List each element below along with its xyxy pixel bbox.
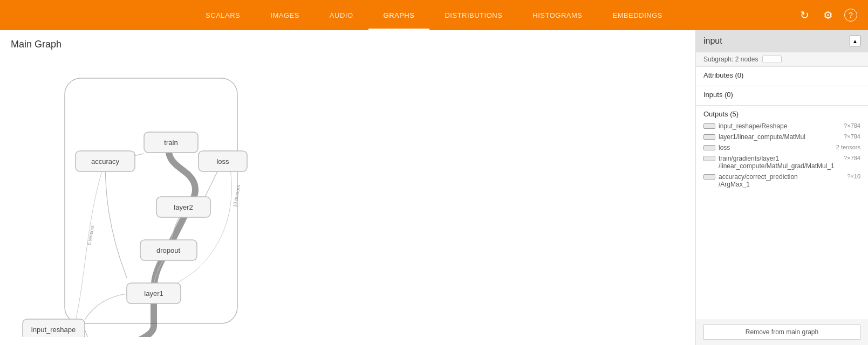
panel-collapse-button[interactable]: ▲ xyxy=(850,36,860,46)
settings-icon[interactable]: ⚙ xyxy=(821,8,836,23)
output-item-2: loss 2 tensors xyxy=(703,144,860,151)
remove-from-main-graph-button[interactable]: Remove from main graph xyxy=(703,325,860,340)
inputs-title: Inputs (0) xyxy=(703,91,860,99)
output-text-1: layer1/linear_compute/MatMul xyxy=(719,133,840,141)
svg-text:10 tensors: 10 tensors xyxy=(232,184,241,208)
output-item-0: input_reshape/Reshape ?×784 xyxy=(703,122,860,130)
svg-text:layer2: layer2 xyxy=(174,203,193,211)
panel-outputs: Outputs (5) input_reshape/Reshape ?×784 … xyxy=(696,106,868,319)
subgraph-pill xyxy=(762,56,782,63)
svg-text:input_reshape: input_reshape xyxy=(31,326,76,334)
output-dim-3: ?×784 xyxy=(844,155,860,161)
help-icon[interactable]: ? xyxy=(844,9,857,22)
svg-text:5 tensors: 5 tensors xyxy=(86,225,95,246)
svg-text:dropout: dropout xyxy=(156,246,180,254)
output-icon-4 xyxy=(703,174,715,180)
nav-scalars[interactable]: SCALARS xyxy=(190,0,255,30)
outputs-title: Outputs (5) xyxy=(703,110,860,118)
nav-embeddings[interactable]: EMBEDDINGS xyxy=(598,0,678,30)
topnav-icons: ↻ ⚙ ? xyxy=(797,8,857,23)
output-icon-3 xyxy=(703,156,715,161)
svg-text:accuracy: accuracy xyxy=(91,157,120,165)
attributes-title: Attributes (0) xyxy=(703,71,860,79)
svg-text:layer1: layer1 xyxy=(144,289,163,298)
right-panel: input ▲ Subgraph: 2 nodes Attributes (0)… xyxy=(695,30,868,345)
nav-images[interactable]: IMAGES xyxy=(255,0,315,30)
output-text-3: train/gradients/layer1 /linear_compute/M… xyxy=(719,155,840,170)
output-icon-1 xyxy=(703,134,715,140)
output-dim-1: ?×784 xyxy=(844,133,860,140)
nav-histograms[interactable]: HISTOGRAMS xyxy=(517,0,597,30)
output-item-4: accuracy/correct_prediction /ArgMax_1 ?×… xyxy=(703,173,860,188)
topnav: SCALARS IMAGES AUDIO GRAPHS DISTRIBUTION… xyxy=(0,0,868,30)
output-icon-0 xyxy=(703,123,715,129)
panel-header: input ▲ xyxy=(696,30,868,52)
panel-attributes: Attributes (0) xyxy=(696,67,868,86)
output-item-1: layer1/linear_compute/MatMul ?×784 xyxy=(703,133,860,141)
output-dim-0: ?×784 xyxy=(844,122,860,129)
svg-text:train: train xyxy=(164,139,177,147)
panel-inputs: Inputs (0) xyxy=(696,86,868,106)
subgraph-label: Subgraph: 2 nodes xyxy=(703,56,758,63)
output-item-3: train/gradients/layer1 /linear_compute/M… xyxy=(703,155,860,170)
panel-title: input xyxy=(703,36,722,46)
main-area: Main Graph xyxy=(0,30,868,345)
graph-svg-container: 5 tensors 10 tensors train accuracy loss… xyxy=(11,57,685,333)
svg-text:loss: loss xyxy=(216,157,229,165)
graph-area: Main Graph xyxy=(0,30,695,345)
output-text-4: accuracy/correct_prediction /ArgMax_1 xyxy=(719,173,844,188)
graph-svg: 5 tensors 10 tensors train accuracy loss… xyxy=(11,57,334,337)
output-dim-2: 2 tensors xyxy=(836,144,860,150)
refresh-icon[interactable]: ↻ xyxy=(797,8,812,23)
output-text-0: input_reshape/Reshape xyxy=(719,122,840,130)
panel-subgraph: Subgraph: 2 nodes xyxy=(696,52,868,67)
nav-items: SCALARS IMAGES AUDIO GRAPHS DISTRIBUTION… xyxy=(11,0,857,30)
output-dim-4: ?×10 xyxy=(847,173,860,180)
output-text-2: loss xyxy=(719,144,833,151)
nav-graphs[interactable]: GRAPHS xyxy=(368,0,430,30)
nav-audio[interactable]: AUDIO xyxy=(315,0,368,30)
nav-distributions[interactable]: DISTRIBUTIONS xyxy=(429,0,517,30)
output-icon-2 xyxy=(703,145,715,150)
main-graph-title: Main Graph xyxy=(11,39,685,50)
